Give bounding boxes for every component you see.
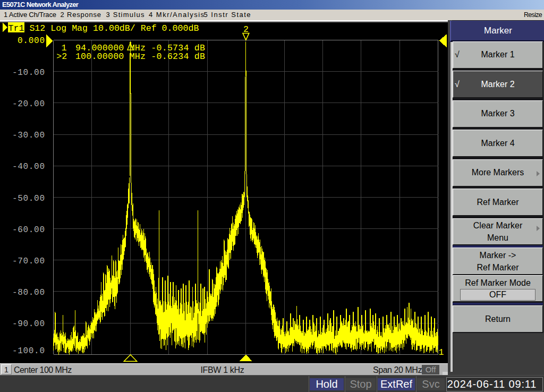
svg-text:Tr1: Tr1: [8, 23, 24, 33]
svg-text:0.000: 0.000: [18, 36, 45, 46]
svg-text:S12 Log Mag 10.00dB/ Ref 0.000: S12 Log Mag 10.00dB/ Ref 0.000dB: [29, 23, 199, 33]
svg-text:-30.00: -30.00: [12, 131, 45, 140]
svg-text:-40.00: -40.00: [12, 162, 45, 172]
svg-text:100.00000 MHz -0.6234 dB: 100.00000 MHz -0.6234 dB: [75, 52, 205, 62]
svg-text:1: 1: [438, 347, 444, 357]
svg-text:-80.00: -80.00: [12, 288, 45, 297]
svg-text:-20.00: -20.00: [12, 99, 45, 109]
svg-text:-70.00: -70.00: [12, 257, 45, 266]
svg-text:-10.00: -10.00: [12, 68, 45, 78]
svg-text:-60.00: -60.00: [12, 225, 45, 235]
svg-text:>2: >2: [56, 52, 67, 62]
svg-text:-100.0: -100.0: [12, 346, 45, 356]
svg-text:-50.00: -50.00: [12, 194, 45, 203]
svg-text:-90.00: -90.00: [12, 319, 45, 329]
